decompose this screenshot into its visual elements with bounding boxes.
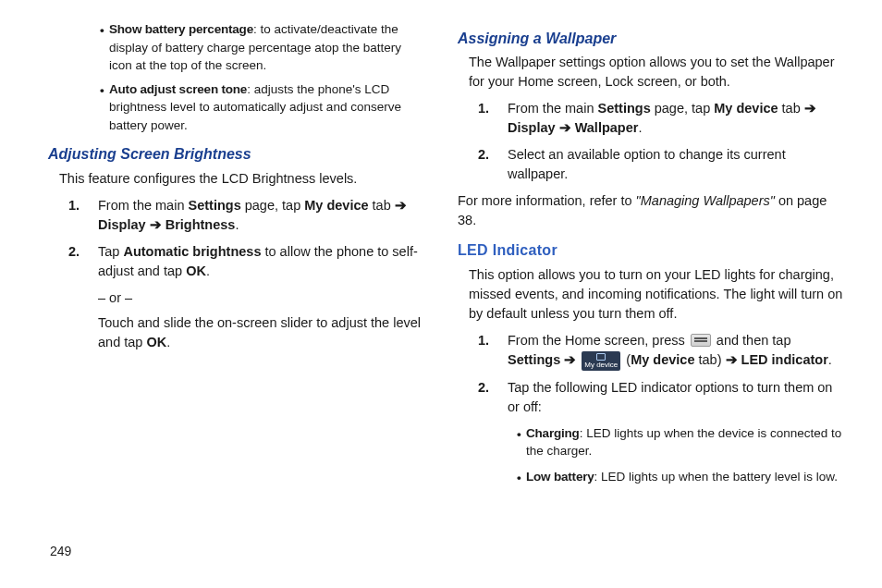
step-1: 1. From the main Settings page, tap My d… — [478, 99, 845, 138]
arrow-icon: ➔ — [559, 118, 571, 138]
arrow-icon: ➔ — [564, 350, 576, 370]
bullet-dot-icon: • — [100, 81, 104, 100]
heading-adjusting-brightness: Adjusting Screen Brightness — [48, 143, 424, 165]
led-intro: This option allows you to turn on your L… — [469, 265, 845, 324]
step-1: 1. From the main Settings page, tap My d… — [68, 196, 424, 235]
text: Select an available option to change its… — [508, 147, 786, 181]
arrow-icon: ➔ — [150, 215, 162, 235]
step-2: 2. Tap the following LED indicator optio… — [478, 378, 845, 417]
text: For more information, refer to — [458, 193, 636, 208]
text: . — [235, 217, 239, 232]
icon-label: My device — [584, 355, 618, 369]
text: tab — [369, 198, 395, 213]
step-number: 2. — [478, 378, 489, 398]
brightness-label: Brightness — [165, 217, 236, 232]
mydevice-label: My device — [714, 101, 778, 116]
alt-instruction: Touch and slide the on-screen slider to … — [98, 313, 424, 352]
step-number: 1. — [478, 99, 489, 118]
bullet-dot-icon: • — [517, 425, 521, 444]
display-label: Display — [98, 217, 146, 232]
step-1: 1. From the Home screen, press and then … — [478, 331, 845, 371]
wallpaper-steps: 1. From the main Settings page, tap My d… — [478, 99, 845, 184]
left-column: • Show battery percentage: to activate/d… — [37, 20, 424, 493]
bullet-charging: • Charging: LED lights up when the devic… — [517, 424, 845, 460]
text: . — [828, 352, 832, 367]
heading-led-indicator: LED Indicator — [458, 239, 845, 261]
bullet-lead: Low battery — [526, 470, 594, 484]
text: From the Home screen, press — [508, 333, 689, 348]
text: ( — [622, 352, 631, 367]
brightness-intro: This feature configures the LCD Brightne… — [59, 169, 424, 189]
text: . — [166, 335, 170, 349]
brightness-steps: 1. From the main Settings page, tap My d… — [68, 196, 424, 281]
ok-label: OK — [146, 335, 166, 349]
arrow-icon: ➔ — [395, 196, 407, 215]
wallpaper-xref: For more information, refer to "Managing… — [458, 191, 845, 230]
my-device-tab-icon: My device — [582, 351, 620, 371]
step-2: 2. Tap Automatic brightness to allow the… — [68, 242, 424, 281]
mydevice-label: My device — [631, 352, 694, 367]
ok-label: OK — [186, 263, 206, 278]
display-label: Display — [508, 120, 556, 135]
text: From the main — [98, 198, 189, 213]
text: page, tap — [241, 198, 305, 213]
wallpaper-intro: The Wallpaper settings option allows you… — [469, 53, 845, 92]
heading-assigning-wallpaper: Assigning a Wallpaper — [458, 28, 845, 49]
text: and then tap — [713, 333, 791, 348]
page-content: • Show battery percentage: to activate/d… — [0, 0, 882, 493]
bullet-lead: Charging — [526, 426, 580, 440]
arrow-icon: ➔ — [804, 99, 816, 118]
bullet-auto-tone: • Auto adjust screen tone: adjusts the p… — [100, 80, 424, 135]
step-number: 2. — [478, 145, 489, 165]
led-sub-bullets: • Charging: LED lights up when the devic… — [517, 424, 845, 486]
text: tab) — [694, 352, 725, 367]
auto-brightness-label: Automatic brightness — [123, 244, 261, 259]
right-column: Assigning a Wallpaper The Wallpaper sett… — [458, 20, 845, 493]
step-number: 1. — [68, 196, 80, 215]
bullet-dot-icon: • — [517, 469, 521, 487]
display-options-bullets: • Show battery percentage: to activate/d… — [37, 20, 424, 134]
wallpaper-label: Wallpaper — [575, 120, 639, 135]
text: Tap the following LED indicator options … — [508, 380, 832, 414]
bullet-rest: : LED lights up when the battery level i… — [594, 470, 838, 484]
bullet-lead: Show battery percentage — [109, 22, 253, 36]
settings-label: Settings — [508, 352, 560, 367]
text: page, tap — [651, 101, 715, 116]
arrow-icon: ➔ — [726, 350, 738, 370]
step-number: 1. — [478, 331, 489, 350]
page-number: 249 — [50, 542, 71, 560]
text: Tap — [98, 244, 123, 259]
xref-title: "Managing Wallpapers" — [636, 193, 775, 208]
bullet-low-battery: • Low battery: LED lights up when the ba… — [517, 468, 845, 486]
text: . — [638, 120, 642, 135]
step-number: 2. — [68, 242, 80, 262]
bullet-lead: Auto adjust screen tone — [109, 82, 247, 96]
settings-label: Settings — [189, 198, 241, 213]
menu-key-icon — [691, 334, 711, 347]
text: . — [206, 263, 210, 278]
led-steps: 1. From the Home screen, press and then … — [478, 331, 845, 417]
step-2: 2. Select an available option to change … — [478, 145, 845, 184]
settings-label: Settings — [598, 101, 651, 116]
bullet-show-battery: • Show battery percentage: to activate/d… — [100, 20, 424, 75]
or-divider: – or – — [98, 288, 424, 308]
led-indicator-label: LED indicator — [741, 352, 828, 367]
mydevice-label: My device — [304, 198, 368, 213]
text: From the main — [508, 101, 598, 116]
bullet-dot-icon: • — [100, 21, 104, 40]
text: tab — [778, 101, 804, 116]
